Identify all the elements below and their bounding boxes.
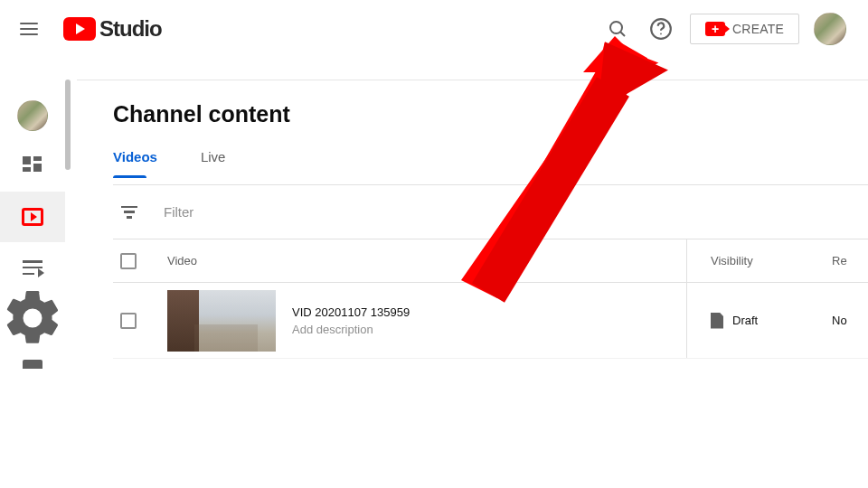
- youtube-play-icon: [63, 17, 96, 41]
- video-description[interactable]: Add description: [292, 323, 410, 336]
- table-row[interactable]: VID 20201107 135959 Add description Draf…: [113, 283, 868, 359]
- gear-icon: [0, 286, 65, 351]
- sidebar-item-content[interactable]: [0, 192, 65, 242]
- tab-videos[interactable]: Videos: [113, 149, 165, 177]
- video-thumbnail[interactable]: [167, 290, 276, 352]
- create-button[interactable]: + CREATE: [690, 14, 799, 44]
- sidebar-item-feedback[interactable]: [0, 343, 65, 376]
- sidebar-item-settings[interactable]: [0, 293, 65, 343]
- content-icon: [22, 208, 43, 226]
- column-visibility[interactable]: Visibility: [687, 254, 832, 267]
- header: Studio + CREATE: [0, 0, 868, 58]
- restrictions-value: No: [832, 314, 868, 327]
- channel-avatar-icon: [17, 100, 48, 131]
- tab-live-label: Live: [201, 149, 226, 164]
- search-button[interactable]: [599, 11, 636, 47]
- filter-input[interactable]: [164, 204, 868, 220]
- tab-videos-label: Videos: [113, 149, 157, 164]
- page-title: Channel content: [113, 101, 868, 127]
- svg-point-3: [660, 33, 662, 35]
- visibility-value: Draft: [732, 314, 758, 327]
- sidebar-item-dashboard[interactable]: [0, 141, 65, 192]
- create-video-icon: +: [705, 22, 725, 36]
- help-button[interactable]: [643, 11, 679, 47]
- video-title: VID 20201107 135959: [292, 305, 410, 319]
- brand-name: Studio: [99, 16, 162, 42]
- search-icon: [607, 18, 628, 40]
- svg-line-1: [620, 32, 625, 36]
- tabs: Videos Live: [113, 149, 868, 185]
- draft-icon: [711, 313, 723, 329]
- sidebar-channel-avatar[interactable]: [0, 90, 65, 141]
- table-header: Video Visibility Re: [113, 239, 868, 283]
- playlist-icon: [23, 260, 42, 275]
- svg-point-0: [610, 22, 622, 33]
- feedback-icon: [23, 360, 42, 369]
- hamburger-icon: [20, 23, 38, 35]
- studio-logo[interactable]: Studio: [63, 16, 162, 42]
- column-video[interactable]: Video: [167, 254, 686, 267]
- account-avatar[interactable]: [814, 13, 846, 45]
- main-content: Channel content Videos Live Video Visibi…: [77, 80, 868, 488]
- filter-row: [113, 185, 868, 239]
- column-restrictions[interactable]: Re: [832, 254, 868, 267]
- sidebar-scrollbar[interactable]: [65, 80, 71, 170]
- create-label: CREATE: [732, 22, 784, 36]
- row-checkbox[interactable]: [120, 313, 137, 329]
- filter-icon[interactable]: [120, 206, 138, 219]
- help-icon: [649, 17, 673, 41]
- sidebar: [0, 80, 65, 488]
- select-all-checkbox[interactable]: [120, 253, 137, 269]
- menu-button[interactable]: [11, 11, 47, 47]
- tab-live[interactable]: Live: [201, 149, 233, 177]
- dashboard-icon: [23, 156, 42, 176]
